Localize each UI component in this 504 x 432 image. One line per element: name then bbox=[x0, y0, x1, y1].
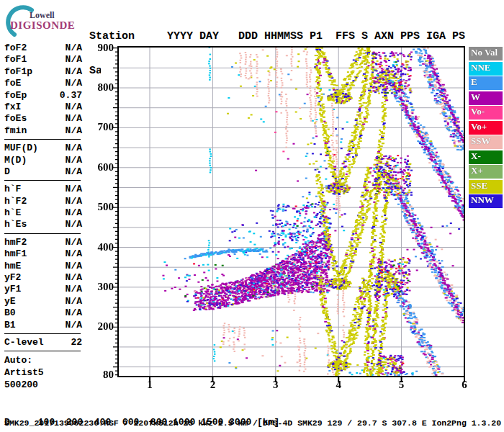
param-row: yEN/A bbox=[4, 296, 82, 307]
y-tick-label: 500 bbox=[72, 201, 114, 213]
param-label: h`E bbox=[4, 207, 21, 219]
param-value: 22 bbox=[71, 337, 82, 348]
param-value: N/A bbox=[66, 102, 82, 113]
param-value: N/A bbox=[66, 296, 82, 307]
param-row: fminN/A bbox=[4, 125, 82, 137]
footer-status-line: SMK29_2017139062230.RSF / 220fx512h 25 k… bbox=[4, 418, 501, 428]
param-label: yF1 bbox=[4, 284, 21, 295]
param-label: yE bbox=[4, 296, 16, 307]
ionogram-plot-canvas bbox=[101, 40, 475, 384]
auto-scaler-line: Artist5 bbox=[4, 366, 82, 379]
param-label: hmF1 bbox=[4, 248, 27, 260]
param-row: M(D)N/A bbox=[4, 155, 82, 166]
legend-item-sse: SSE bbox=[469, 180, 503, 194]
param-label: B1 bbox=[4, 320, 16, 331]
x-tick-label: 3 bbox=[267, 379, 284, 391]
param-row: foF2N/A bbox=[4, 42, 82, 54]
ionogram-app: Lowell DIGISONDE Station YYYY DAY DDD HH… bbox=[0, 0, 504, 432]
param-label: MUF(D) bbox=[4, 143, 38, 154]
x-tick-label: 5 bbox=[393, 379, 410, 391]
param-label: foEs bbox=[4, 113, 27, 125]
y-tick-label: 300 bbox=[72, 281, 114, 293]
y-tick-label: 700 bbox=[72, 121, 114, 133]
param-value: N/A bbox=[66, 219, 82, 230]
legend-item-nne: NNE bbox=[469, 62, 503, 76]
param-row: foEp0.37 bbox=[4, 90, 82, 102]
legend-item-noval: No Val bbox=[469, 47, 503, 60]
param-row: hmF2N/A bbox=[4, 237, 82, 248]
legend-item-e: E bbox=[469, 76, 503, 90]
param-row: h`EsN/A bbox=[4, 219, 82, 230]
legend-item-vo+: Vo+ bbox=[469, 121, 503, 135]
y-tick-label: 600 bbox=[72, 161, 114, 174]
param-value: N/A bbox=[66, 307, 82, 319]
parameters-panel: foF2N/AfoF1N/AfoF1pN/AfoEN/AfoEp0.37fxIN… bbox=[4, 42, 82, 391]
param-label: foF1p bbox=[4, 66, 32, 78]
param-label: yF2 bbox=[4, 272, 21, 284]
legend-item-x-: X- bbox=[469, 150, 503, 164]
param-row: MUF(D)N/A bbox=[4, 143, 82, 154]
param-label: h`Es bbox=[4, 219, 27, 230]
y-tick-label: 80 bbox=[72, 369, 114, 381]
param-row: foF1N/A bbox=[4, 54, 82, 66]
param-row: foEN/A bbox=[4, 78, 82, 89]
param-label: D bbox=[4, 166, 10, 178]
param-row: hmEN/A bbox=[4, 261, 82, 272]
x-tick-label: 4 bbox=[330, 379, 347, 391]
param-label: hmF2 bbox=[4, 237, 27, 248]
param-value: N/A bbox=[66, 54, 82, 66]
param-value: N/A bbox=[66, 261, 82, 272]
divider bbox=[4, 139, 81, 140]
param-value: N/A bbox=[66, 66, 82, 78]
param-label: foEp bbox=[4, 90, 27, 102]
divider bbox=[4, 351, 81, 351]
lowell-digisonde-logo: Lowell DIGISONDE bbox=[3, 3, 86, 37]
auto-scaler-line: 500200 bbox=[4, 379, 82, 391]
legend-item-w: W bbox=[469, 91, 503, 105]
param-row: h`EN/A bbox=[4, 207, 82, 219]
param-label: foF2 bbox=[4, 42, 27, 54]
param-label: M(D) bbox=[4, 155, 27, 166]
direction-legend: No ValNNEEWVo-Vo+SSWX-X+SSENNW bbox=[469, 47, 503, 210]
divider bbox=[4, 333, 81, 334]
param-row: DN/A bbox=[4, 166, 82, 178]
y-tick-label: 900 bbox=[72, 42, 114, 54]
x-tick-label: 2 bbox=[204, 379, 221, 391]
x-tick-label: 1 bbox=[141, 379, 158, 391]
param-row: foF1pN/A bbox=[4, 66, 82, 78]
legend-item-x+: X+ bbox=[469, 165, 503, 179]
param-label: fmin bbox=[4, 125, 27, 137]
x-tick-label: 6 bbox=[456, 379, 473, 391]
param-label: foF1 bbox=[4, 54, 27, 66]
param-label: h`F2 bbox=[4, 196, 27, 207]
param-value: N/A bbox=[66, 184, 82, 195]
y-tick-label: 400 bbox=[72, 241, 114, 253]
param-row: foEsN/A bbox=[4, 113, 82, 125]
param-row: C-level22 bbox=[4, 337, 82, 348]
auto-scaler-line: Auto: bbox=[4, 354, 82, 366]
param-label: hmE bbox=[4, 261, 21, 272]
param-row: fxIN/A bbox=[4, 102, 82, 113]
param-row: B1N/A bbox=[4, 320, 82, 331]
legend-item-vo-: Vo- bbox=[469, 106, 503, 120]
param-label: C-level bbox=[4, 337, 44, 348]
param-row: yF1N/A bbox=[4, 284, 82, 295]
legend-item-ssw: SSW bbox=[469, 135, 503, 149]
legend-item-nnw: NNW bbox=[469, 194, 503, 208]
divider bbox=[4, 233, 81, 234]
param-row: h`F2N/A bbox=[4, 196, 82, 207]
divider bbox=[4, 180, 81, 181]
param-label: fxI bbox=[4, 102, 21, 113]
param-row: B0N/A bbox=[4, 307, 82, 319]
param-label: h`F bbox=[4, 184, 21, 195]
param-label: foE bbox=[4, 78, 21, 89]
logo-text-digisonde: DIGISONDE bbox=[10, 19, 75, 32]
param-label: B0 bbox=[4, 307, 16, 319]
param-row: hmF1N/A bbox=[4, 248, 82, 260]
param-row: h`FN/A bbox=[4, 184, 82, 195]
y-tick-label: 200 bbox=[72, 320, 114, 333]
param-row: yF2N/A bbox=[4, 272, 82, 284]
y-tick-label: 800 bbox=[72, 81, 114, 94]
param-value: N/A bbox=[66, 143, 82, 154]
